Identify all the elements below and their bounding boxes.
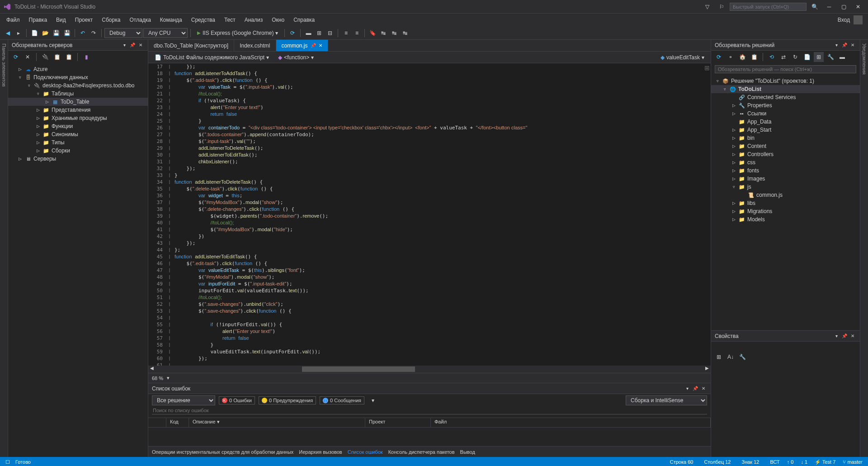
- code-editor[interactable]: 17 18 19 20 21 22 23 24 25 26 27 28 29 3…: [148, 63, 711, 366]
- bottom-tab-data-tools[interactable]: Операции инструментальных средств для об…: [152, 449, 293, 455]
- toggle-preview-icon[interactable]: ⊞: [704, 64, 710, 71]
- maximize-button[interactable]: ▢: [837, 1, 850, 12]
- error-search-input[interactable]: [152, 407, 707, 414]
- sol-home-icon2[interactable]: 🏠: [737, 52, 747, 62]
- tree-content[interactable]: ▷📁Content: [711, 142, 860, 150]
- toolbar-icon-1[interactable]: ▬: [303, 28, 313, 38]
- login-link[interactable]: Вход: [838, 17, 850, 23]
- error-pin-icon[interactable]: 📌: [692, 385, 699, 392]
- menu-edit[interactable]: Правка: [24, 15, 52, 25]
- tree-views[interactable]: ▷📁Представления: [8, 106, 148, 114]
- menu-view[interactable]: Вид: [52, 15, 71, 25]
- menu-window[interactable]: Окно: [267, 15, 289, 25]
- tree-bin[interactable]: ▷📁bin: [711, 134, 860, 142]
- bottom-tab-error-list[interactable]: Список ошибок: [348, 449, 383, 455]
- tree-properties[interactable]: ▷🔧Properties: [711, 101, 860, 109]
- error-header-description[interactable]: Описание ▾: [189, 418, 365, 427]
- status-tests[interactable]: ⚡ Test 7: [815, 459, 835, 465]
- tab-common-js[interactable]: common.js📌✕: [276, 40, 328, 51]
- sol-dropdown-icon[interactable]: ▾: [833, 42, 840, 49]
- error-header-code[interactable]: Код: [166, 418, 189, 427]
- build-intellisense-select[interactable]: Сборка и IntelliSense: [626, 395, 707, 405]
- tab-dbo-todo-table[interactable]: dbo.ToDo_Table [Конструктор]: [148, 40, 234, 51]
- new-file-icon[interactable]: 📄: [29, 28, 39, 38]
- tree-types[interactable]: ▷📁Типы: [8, 138, 148, 147]
- error-scope-select[interactable]: Все решение: [152, 395, 215, 405]
- toolbar-icon-4[interactable]: ↹: [378, 28, 388, 38]
- tree-controllers[interactable]: ▷📁Controllers: [711, 150, 860, 158]
- sol-properties-icon[interactable]: 🔧: [826, 52, 835, 62]
- errors-filter[interactable]: ✕0 Ошибки: [219, 396, 255, 404]
- tree-references[interactable]: ▷▪▪Ссылки: [711, 109, 860, 118]
- tree-assemblies[interactable]: ▷📁Сборки: [8, 147, 148, 155]
- code-content[interactable]: }); function addListenerToAddTask() { $(…: [173, 63, 711, 366]
- filter-icon[interactable]: ▽: [701, 1, 713, 12]
- menu-file[interactable]: Файл: [2, 15, 24, 25]
- toolbar-icon-5[interactable]: ↹: [389, 28, 399, 38]
- solution-search-input[interactable]: [715, 65, 856, 73]
- menu-tools[interactable]: Средства: [187, 15, 220, 25]
- refresh-tree-icon[interactable]: ⟳: [11, 52, 21, 62]
- bookmark-icon[interactable]: 🔖: [368, 28, 377, 38]
- error-dropdown-icon[interactable]: ▾: [684, 385, 691, 392]
- tree-migrations[interactable]: ▷📁Migrations: [711, 207, 860, 215]
- sol-icon-6[interactable]: ▬: [837, 52, 847, 62]
- prop-wrench-icon[interactable]: 🔧: [737, 352, 747, 362]
- outdent-icon[interactable]: ≡: [352, 28, 362, 38]
- tree-images[interactable]: ▷📁Images: [711, 175, 860, 183]
- menu-project[interactable]: Проект: [71, 15, 98, 25]
- panel-close-icon[interactable]: ✕: [137, 42, 144, 49]
- breadcrumb-function[interactable]: ◆<function> ▾: [275, 53, 316, 62]
- tree-css[interactable]: ▷📁css: [711, 158, 860, 166]
- tree-functions[interactable]: ▷📁Функции: [8, 122, 148, 130]
- tree-solution[interactable]: ▿📦Решение "ToDoList" (проектов: 1): [711, 77, 860, 85]
- sol-icon-4[interactable]: ⇄: [778, 52, 788, 62]
- prop-pin-icon[interactable]: 📌: [841, 333, 848, 340]
- panel-pin-icon[interactable]: 📌: [129, 42, 136, 49]
- warnings-filter[interactable]: ⚠0 Предупреждения: [259, 396, 316, 404]
- tab-close-icon[interactable]: ✕: [319, 43, 322, 48]
- menu-help[interactable]: Справка: [289, 15, 319, 25]
- prop-categorize-icon[interactable]: ⊞: [714, 352, 724, 362]
- status-publish-icon[interactable]: ↑ 0: [787, 459, 794, 465]
- tab-index-cshtml[interactable]: Index.cshtml: [234, 40, 276, 51]
- forward-icon[interactable]: ▸: [14, 28, 24, 38]
- quick-launch-input[interactable]: [730, 3, 807, 11]
- tree-fonts[interactable]: ▷📁fonts: [711, 166, 860, 175]
- tree-js[interactable]: ▿📁js: [711, 183, 860, 191]
- tree-azure[interactable]: ▷☁Azure: [8, 65, 148, 73]
- tree-common-js[interactable]: 📜common.js: [711, 191, 860, 199]
- prop-dropdown-icon[interactable]: ▾: [833, 333, 840, 340]
- stop-icon[interactable]: ✕: [23, 52, 33, 62]
- tree-project-todolist[interactable]: ▿🌐ToDoList: [711, 85, 860, 93]
- prop-alpha-icon[interactable]: A↓: [726, 352, 736, 362]
- tree-appdata[interactable]: 📁App_Data: [711, 118, 860, 126]
- status-branch[interactable]: ⑂ master: [843, 459, 863, 465]
- sol-pin-icon[interactable]: 📌: [841, 42, 848, 49]
- config-select[interactable]: Debug: [104, 28, 142, 38]
- avatar-icon[interactable]: [854, 15, 863, 24]
- minimize-button[interactable]: ─: [823, 1, 835, 12]
- messages-filter[interactable]: ⓘ0 Сообщения: [320, 396, 364, 404]
- sol-icon-3[interactable]: 📋: [749, 52, 759, 62]
- tree-synonyms[interactable]: ▷📁Синонимы: [8, 130, 148, 138]
- sol-show-all-icon[interactable]: ⊞: [814, 52, 824, 62]
- tree-libs[interactable]: ▷📁libs: [711, 199, 860, 207]
- menu-debug[interactable]: Отладка: [125, 15, 155, 25]
- undo-icon[interactable]: ↶: [78, 28, 88, 38]
- tree-connected-services[interactable]: 🔗Connected Services: [711, 93, 860, 101]
- sol-close-icon[interactable]: ✕: [849, 42, 856, 49]
- refresh-icon[interactable]: ⟳: [288, 28, 297, 38]
- menu-team[interactable]: Команда: [156, 15, 187, 25]
- zoom-dropdown-icon[interactable]: ▾: [167, 375, 170, 381]
- connect-icon[interactable]: 🔌: [40, 52, 50, 62]
- back-icon[interactable]: ◀: [3, 28, 13, 38]
- error-header-icon[interactable]: [148, 418, 166, 427]
- tree-icon-3[interactable]: ▮: [81, 52, 91, 62]
- tree-icon-1[interactable]: 📋: [52, 52, 62, 62]
- tree-stored-procs[interactable]: ▷📁Хранимые процедуры: [8, 114, 148, 122]
- fold-gutter[interactable]: | | | | | | | | | | | | | | | | | | | | …: [166, 63, 173, 366]
- sol-icon-5[interactable]: 📄: [802, 52, 812, 62]
- bottom-tab-package-console[interactable]: Консоль диспетчера пакетов: [388, 449, 455, 455]
- menu-analyze[interactable]: Анализ: [240, 15, 268, 25]
